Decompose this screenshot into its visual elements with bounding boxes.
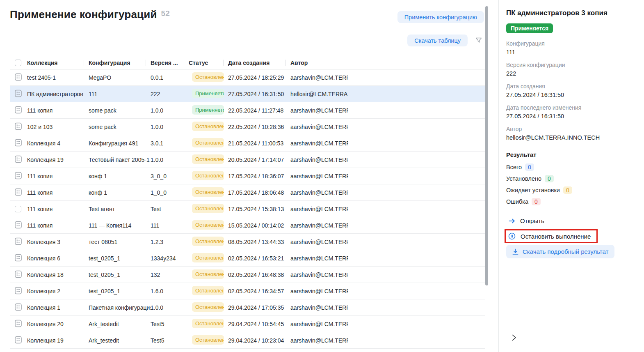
created-cell: 17.05.2024 / 18:06:48 — [228, 189, 290, 196]
column-header-collection[interactable]: Коллекция — [27, 60, 89, 66]
created-cell: 17.05.2024 / 18:36:07 — [228, 173, 290, 179]
configuration-cell: Ark_testedit — [89, 321, 151, 327]
table-row[interactable]: 102 и 103 some pack 1.0.0 Остановлено 22… — [10, 119, 485, 135]
table-row[interactable]: Коллекция 4 Конфигурация 491 3.0.1 Остан… — [10, 135, 485, 152]
field-label: Версия конфигурации — [506, 62, 636, 68]
version-cell: 111 — [151, 222, 189, 229]
created-cell: 02.05.2024 / 16:53:21 — [228, 255, 290, 262]
table-row[interactable]: Коллекция 1 Пакетная конфигурация 1.0.0 … — [10, 299, 485, 316]
status-badge: Остановлено — [192, 72, 224, 82]
created-cell: 29.04.2024 / 10:54:45 — [228, 321, 290, 327]
column-header-author[interactable]: Автор — [285, 60, 348, 66]
author-cell: aarshavin@LCM.TERRA.INNO.TECH — [290, 337, 348, 344]
configuration-cell: some pack — [89, 107, 151, 114]
status-badge: Остановлено — [192, 269, 224, 279]
table-row[interactable]: Коллекция 3 тест 08051 1.2.3 Остановлено… — [10, 234, 485, 250]
collection-cell: Коллекция 19 — [27, 337, 89, 344]
collection-cell: 111 копия — [27, 222, 89, 229]
collection-cell: ПК администраторов — [27, 91, 89, 97]
app-window: Применение конфигураций 52 Применить кон… — [0, 0, 644, 352]
created-cell: 20.05.2024 / 17:14:07 — [228, 156, 290, 163]
configurations-table: Коллекция Конфигурация Версия ... Статус… — [10, 57, 485, 349]
status-badge: Остановлено — [192, 171, 224, 180]
configuration-cell: 111 — [89, 91, 151, 97]
detail-field: Дата создания 27.05.2024 / 16:31:50 — [506, 83, 636, 98]
result-label: Установлено — [506, 175, 541, 182]
apply-configuration-button[interactable]: Применить конфигурацию — [397, 11, 484, 23]
version-cell: 1.2.3 — [151, 239, 189, 245]
version-cell: 1.0.0 — [151, 107, 189, 114]
table-row[interactable]: 111 копия конф 1 1_0_0 Остановлено 17.05… — [10, 184, 485, 201]
column-header-status[interactable]: Статус — [184, 60, 228, 66]
table-row[interactable]: Коллекция 20 Ark_testedit Test5 Остановл… — [10, 316, 485, 332]
author-cell: aarshavin@LCM.TERRA.INNO.TECH — [290, 255, 348, 262]
collection-cell: 111 копия — [27, 189, 89, 196]
table-row[interactable]: Коллекция 19 Ark_testedit Test5 Остановл… — [10, 332, 485, 349]
result-item: Всего 0 — [506, 163, 636, 171]
version-cell: 222 — [151, 91, 189, 97]
table-row[interactable]: Коллекция 18 test_0205_1 132 Остановлено… — [10, 267, 485, 283]
collection-icon — [15, 303, 22, 312]
result-label: Всего — [506, 164, 522, 170]
version-cell: 1_0_0 — [151, 189, 189, 196]
download-result-action[interactable]: Скачать подробный результат — [506, 245, 614, 258]
collection-icon — [15, 221, 22, 230]
column-header-version[interactable]: Версия ... — [146, 60, 189, 66]
author-cell: aarshavin@LCM.TERRA.INNO.TECH — [290, 124, 348, 130]
column-header-created[interactable]: Дата создания — [223, 60, 290, 66]
status-badge: Применяется — [192, 105, 224, 115]
table-row[interactable]: test 2405-1 MegaPO 0.0.1 Остановлено 27.… — [10, 69, 485, 86]
status-badge: Остановлено — [192, 122, 224, 131]
collection-icon — [15, 188, 22, 197]
download-result-label: Скачать подробный результат — [523, 248, 608, 255]
page-header: Применение конфигураций 52 — [10, 8, 170, 21]
result-item: Ошибка 0 — [506, 198, 636, 205]
panel-actions: Открыть Остановить выполнение — [506, 216, 636, 258]
field-label: Конфигурация — [506, 40, 636, 47]
created-cell: 02.05.2024 / 16:34:57 — [228, 288, 290, 294]
status-badge: Остановлено — [192, 154, 224, 164]
configuration-cell: some pack — [89, 124, 151, 130]
stop-execution-action[interactable]: Остановить выполнение — [508, 232, 591, 240]
author-cell: aarshavin@LCM.TERRA.INNO.TECH — [290, 304, 348, 311]
collection-icon — [15, 122, 22, 131]
configuration-cell: Ark_testedit — [89, 337, 151, 344]
table-row[interactable]: 111 копия some pack 1.0.0 Применяется 22… — [10, 102, 485, 119]
table-row[interactable]: 111 копия 111 — Копия114 111 Остановлено… — [10, 217, 485, 234]
version-cell: 132 — [151, 271, 189, 278]
created-cell: 29.04.2024 / 10:23:04 — [228, 337, 290, 344]
table-row[interactable]: Коллекция 6 test_0205_1 1334y234 Останов… — [10, 250, 485, 267]
filter-icon[interactable] — [475, 37, 482, 44]
status-badge: Остановлено — [192, 253, 224, 262]
collection-cell: Коллекция 20 — [27, 321, 89, 327]
open-action[interactable]: Открыть — [506, 216, 636, 226]
collapse-panel-button[interactable] — [511, 334, 519, 342]
vertical-scrollbar[interactable] — [485, 6, 488, 285]
table-row[interactable]: ПК администраторов 111 222 Применяется 2… — [10, 86, 485, 102]
created-cell: 02.05.2024 / 16:48:38 — [228, 271, 290, 278]
configuration-cell: test_0205_1 — [89, 288, 151, 294]
column-header-configuration[interactable]: Конфигурация — [84, 60, 151, 66]
result-value: 0 — [525, 163, 534, 171]
author-cell: aarshavin@LCM.TERRA.INNO.TECH — [290, 173, 348, 179]
table-row[interactable]: 111 копия Test агент Test Остановлено 17… — [10, 201, 485, 217]
table-row[interactable]: 111 копия конф 1 3_0_0 Остановлено 17.05… — [10, 168, 485, 184]
table-row[interactable]: Коллекция 19 Тестовый пакет 2005-1 1.0.0… — [10, 152, 485, 168]
page-title: Применение конфигураций — [10, 8, 157, 21]
author-cell: aarshavin@LCM.TERRA.INNO.TECH — [290, 206, 348, 212]
row-checkbox[interactable] — [15, 206, 21, 212]
created-cell: 27.05.2024 / 16:31:50 — [228, 91, 290, 97]
select-all-checkbox[interactable] — [15, 60, 21, 66]
configuration-cell: конф 1 — [89, 173, 151, 179]
version-cell: Test5 — [151, 337, 189, 344]
field-value: hellosir@LCM.TERRA.INNO.TECH — [506, 134, 636, 141]
author-cell: aarshavin@LCM.TERRA.INNO.TECH — [290, 321, 348, 327]
author-cell: aarshavin@LCM.TERRA.INNO.TECH — [290, 74, 348, 81]
download-table-button[interactable]: Скачать таблицу — [407, 35, 468, 46]
table-row[interactable]: Коллекция 2 test_0205_1 1.6.0 Остановлен… — [10, 283, 485, 299]
created-cell: 29.04.2024 / 17:05:35 — [228, 304, 290, 311]
configuration-cell: 111 — Копия114 — [89, 222, 151, 229]
detail-field: Конфигурация 111 — [506, 40, 636, 55]
version-cell: 1.0.0 — [151, 156, 189, 163]
field-label: Дата последнего изменения — [506, 104, 636, 111]
